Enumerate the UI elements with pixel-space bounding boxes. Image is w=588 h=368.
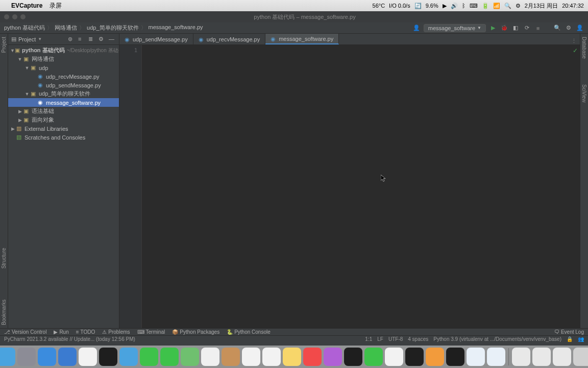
tool-bookmarks[interactable]: Bookmarks	[1, 300, 7, 325]
tool-todo[interactable]: ≡ TODO	[76, 329, 95, 335]
debug-button[interactable]: 🐞	[500, 24, 508, 32]
settings-icon[interactable]: ⚙	[565, 24, 573, 32]
coverage-button[interactable]: ◧	[511, 24, 520, 32]
dock-trash[interactable]	[573, 348, 589, 366]
status-input-icon[interactable]: ⌨	[470, 3, 478, 9]
dock-app-terminal[interactable]	[99, 348, 117, 366]
tool-sciview[interactable]: SciView	[581, 84, 587, 102]
zoom-button[interactable]	[20, 14, 26, 19]
tool-problems[interactable]: ⚠ Problems	[102, 329, 130, 335]
dock-desktop2[interactable]	[553, 348, 571, 366]
dock-app-safari[interactable]	[38, 348, 56, 366]
dock-app-calendar[interactable]	[242, 348, 260, 366]
crumb-2[interactable]: udp_简单的聊天软件	[87, 24, 138, 32]
tree-udp-chat[interactable]: ▼ ▣ udp_简单的聊天软件	[8, 89, 119, 98]
status-icon[interactable]: ▶	[443, 3, 447, 9]
editor-body[interactable]: 1 ✓	[119, 45, 580, 328]
dock-app-contacts[interactable]	[222, 348, 240, 366]
add-config-icon[interactable]: 👤	[412, 24, 421, 32]
expand-all-icon[interactable]: ≡	[78, 36, 85, 43]
tool-python-packages[interactable]: 📦 Python Packages	[172, 329, 219, 335]
tree-grammar[interactable]: ▶ ▣ 语法基础	[8, 107, 119, 116]
dock-app-reminders[interactable]	[262, 348, 281, 366]
run-config-selector[interactable]: message_software ▼	[424, 24, 486, 32]
dock-app-wechat[interactable]	[364, 348, 383, 366]
tool-database[interactable]: Database	[581, 37, 587, 59]
tool-structure[interactable]: Structure	[1, 248, 7, 269]
tool-event-log[interactable]: 🗨 Event Log	[554, 329, 584, 335]
dock-app-notes[interactable]	[283, 348, 301, 366]
status-time[interactable]: 20:47:32	[562, 3, 584, 9]
status-encoding[interactable]: UTF-8	[388, 336, 403, 342]
status-bt-icon[interactable]: ᛒ	[462, 3, 465, 9]
dock-app-finder[interactable]	[0, 348, 15, 366]
inspection-ok-icon[interactable]: ✓	[573, 47, 578, 54]
crumb-1[interactable]: 网络通信	[55, 24, 77, 32]
status-battery-icon[interactable]: 🔋	[482, 3, 489, 9]
status-wifi-icon[interactable]: 📶	[493, 3, 500, 9]
app-name[interactable]: EVCapture	[11, 2, 42, 9]
dock-app-music[interactable]	[303, 348, 322, 366]
status-control-icon[interactable]: ⚙	[516, 3, 521, 9]
dock-app-tv[interactable]	[344, 348, 362, 366]
close-button[interactable]	[4, 14, 9, 19]
settings-gear-icon[interactable]: ⚙	[99, 36, 106, 43]
dock-app-messages[interactable]	[160, 348, 179, 366]
project-tree[interactable]: ▼ ▣ python 基础代码 ~/Desktop/python 基础代码 ▼ …	[8, 45, 119, 328]
tree-udp[interactable]: ▼ ▣ udp	[8, 63, 119, 72]
tree-root[interactable]: ▼ ▣ python 基础代码 ~/Desktop/python 基础代码	[8, 46, 119, 55]
dock-app-maps[interactable]	[181, 348, 199, 366]
status-indent[interactable]: 4 spaces	[408, 336, 428, 342]
dock-app-xcode[interactable]	[58, 348, 77, 366]
minimize-button[interactable]	[12, 14, 17, 19]
macos-dock[interactable]	[0, 346, 588, 368]
dock-app-app2[interactable]	[487, 348, 505, 366]
tree-oop[interactable]: ▶ ▣ 面向对象	[8, 116, 119, 124]
tree-file-recv[interactable]: ◉ udp_recvMessage.py	[8, 72, 119, 81]
dock-app-app1[interactable]	[467, 348, 485, 366]
stop-button[interactable]: ■	[534, 24, 542, 32]
dock-desktop1[interactable]	[532, 348, 551, 366]
tool-version-control[interactable]: ⎇ Version Control	[4, 329, 46, 335]
dock-app-qq[interactable]	[385, 348, 403, 366]
chevron-down-icon[interactable]: ▼	[38, 37, 42, 41]
menu-record[interactable]: 录屏	[50, 2, 62, 10]
status-line-ending[interactable]: LF	[377, 336, 383, 342]
tool-run[interactable]: ▶ Run	[54, 329, 68, 335]
crumb-3[interactable]: message_software.py	[149, 24, 203, 32]
traffic-lights[interactable]	[4, 14, 26, 19]
run-button[interactable]: ▶	[489, 24, 497, 32]
tool-python-console[interactable]: 🐍 Python Console	[227, 329, 271, 335]
dock-app-sublime[interactable]	[426, 348, 444, 366]
tree-file-msgsoft[interactable]: ◉ message_software.py	[8, 98, 119, 107]
status-date[interactable]: 2月13日 周日	[525, 2, 558, 10]
status-lock-icon[interactable]: 🔒	[567, 336, 573, 342]
status-vol-icon[interactable]: 🔊	[451, 3, 458, 9]
dock-app-pycharm[interactable]	[405, 348, 424, 366]
tree-ext-lib[interactable]: ▶ ▥ External Libraries	[8, 124, 119, 133]
dock-app-launchpad[interactable]	[17, 348, 36, 366]
dock-app-iina[interactable]	[446, 348, 464, 366]
dock-app-facetime[interactable]	[140, 348, 158, 366]
tree-scratches[interactable]: ▧ Scratches and Consoles	[8, 133, 119, 142]
tab-options-icon[interactable]: ⋮	[571, 38, 577, 44]
status-pos[interactable]: 1:1	[365, 336, 372, 342]
dock-downloads[interactable]	[512, 348, 530, 366]
status-interpreter[interactable]: Python 3.9 (virtualenv at .../Documents/…	[433, 336, 561, 342]
tree-file-send[interactable]: ◉ udp_sendMessage.py	[8, 81, 119, 89]
profile-button[interactable]: ⟳	[523, 24, 531, 32]
dock-app-mail[interactable]	[119, 348, 138, 366]
crumb-0[interactable]: python 基础代码	[4, 24, 45, 32]
status-search-icon[interactable]: 🔍	[504, 3, 511, 9]
search-everywhere-icon[interactable]: 🔍	[553, 24, 561, 32]
code-area[interactable]: ✓	[142, 45, 580, 328]
breadcrumb[interactable]: python 基础代码〉 网络通信〉 udp_简单的聊天软件〉 message_…	[4, 24, 203, 32]
status-shared-icon[interactable]: 👥	[578, 336, 584, 342]
dock-app-chrome[interactable]	[79, 348, 97, 366]
tool-terminal[interactable]: ⌨ Terminal	[137, 329, 165, 335]
tab-udp-recv[interactable]: ◉ udp_recvMessage.py	[193, 34, 266, 44]
tab-udp-send[interactable]: ◉ udp_sendMessage.py	[119, 34, 193, 44]
collapse-all-icon[interactable]: ≣	[88, 36, 95, 43]
dock-app-podcasts[interactable]	[324, 348, 342, 366]
tab-message-software[interactable]: ◉ message_software.py	[265, 34, 339, 44]
